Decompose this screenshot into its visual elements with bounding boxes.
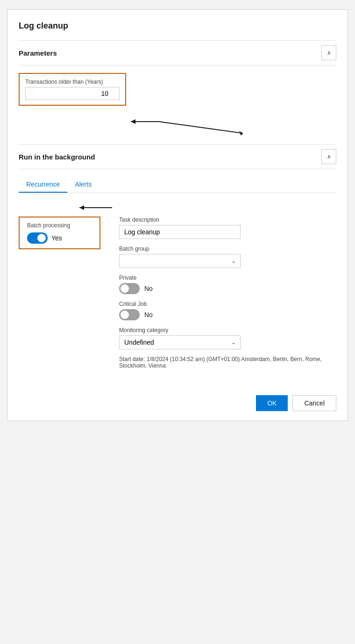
parameters-section: Parameters ∧ Transactions older than (Ye… (19, 40, 336, 140)
run-bg-section-title: Run in the background (19, 153, 95, 161)
batch-group-label: Batch group (119, 246, 336, 252)
critical-job-value: No (144, 311, 153, 318)
critical-job-toggle-row: No (119, 309, 336, 320)
critical-job-group: Critical Job No (119, 301, 336, 320)
run-in-background-section: Run in the background ∧ Recurrence Alert… (19, 144, 336, 369)
critical-job-label: Critical Job (119, 301, 336, 307)
svg-marker-1 (131, 119, 135, 124)
svg-line-2 (159, 122, 243, 133)
parameters-section-title: Parameters (19, 49, 57, 57)
task-description-input[interactable] (119, 225, 241, 239)
run-bg-collapse-button[interactable]: ∧ (321, 149, 336, 164)
batch-group-group: Batch group ⌄ (119, 246, 336, 268)
cancel-button[interactable]: Cancel (292, 395, 336, 411)
critical-job-toggle-thumb (121, 311, 129, 319)
private-value: No (144, 285, 153, 292)
tabs-container: Recurrence Alerts (19, 177, 336, 193)
start-date: Start date: 1/8/2024 (10:34:52 am) (GMT+… (119, 356, 336, 369)
monitoring-category-select[interactable]: Undefined (119, 335, 241, 349)
monitoring-category-group: Monitoring category Undefined ⌄ (119, 327, 336, 349)
batch-group-select[interactable] (119, 254, 241, 268)
critical-job-toggle[interactable] (119, 309, 140, 320)
task-description-group: Task description (119, 217, 336, 239)
monitoring-category-label: Monitoring category (119, 327, 336, 333)
annotation-arrow-1 (19, 108, 262, 140)
dialog-title: Log cleanup (19, 21, 336, 31)
run-bg-section-header: Run in the background ∧ (19, 144, 336, 169)
private-toggle-row: No (119, 283, 336, 294)
task-description-label: Task description (119, 217, 336, 223)
parameters-collapse-button[interactable]: ∧ (321, 45, 336, 60)
batch-processing-toggle-row: Yes (27, 232, 92, 244)
batch-processing-toggle[interactable] (27, 232, 48, 244)
right-fields: Task description Batch group ⌄ Private (119, 217, 336, 369)
private-toggle-thumb (121, 284, 129, 293)
monitoring-category-select-wrapper: Undefined ⌄ (119, 335, 241, 349)
private-toggle[interactable] (119, 283, 140, 294)
private-group: Private No (119, 275, 336, 294)
batch-processing-label: Batch processing (27, 222, 92, 229)
transactions-field-input[interactable] (25, 87, 120, 100)
annotation-area-1 (19, 108, 336, 140)
batch-group-select-wrapper: ⌄ (119, 254, 241, 268)
dialog-footer: OK Cancel (19, 388, 336, 411)
transactions-field-highlighted: Transactions older than (Years) (19, 73, 126, 106)
ok-button[interactable]: OK (256, 395, 288, 411)
private-label: Private (119, 275, 336, 281)
svg-marker-5 (79, 205, 84, 210)
annotation-arrow-2 (19, 201, 159, 215)
tab-recurrence[interactable]: Recurrence (19, 177, 67, 193)
tab-alerts[interactable]: Alerts (67, 177, 99, 193)
log-cleanup-dialog: Log cleanup Parameters ∧ Transactions ol… (7, 9, 348, 421)
toggle-thumb (37, 234, 46, 242)
tab-recurrence-content: Batch processing Yes Task description (19, 217, 336, 369)
annotation-area-2 (19, 201, 336, 215)
batch-processing-value: Yes (51, 234, 62, 242)
transactions-field-label: Transactions older than (Years) (25, 79, 120, 85)
parameters-section-header: Parameters ∧ (19, 40, 336, 65)
batch-processing-highlighted: Batch processing Yes (19, 217, 100, 249)
